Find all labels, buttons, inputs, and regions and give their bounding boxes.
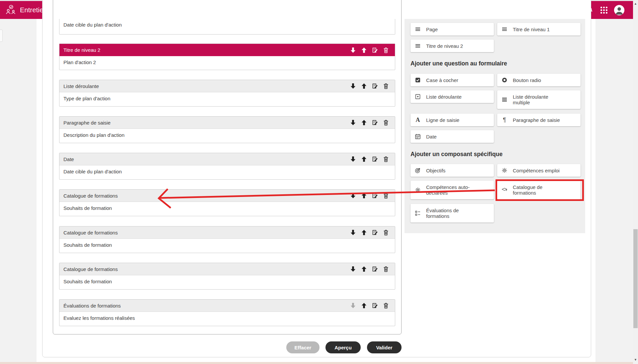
form-block[interactable]: Catalogue de formations Souhaits de form… — [59, 226, 395, 253]
move-down-button[interactable] — [349, 229, 357, 236]
app-window: Entretiens Plateforme de qualification ★… — [0, 0, 638, 364]
block-type-label: Évaluations de formations — [63, 303, 121, 309]
palette-item-case-a-cocher[interactable]: Case à cocher — [410, 74, 494, 86]
move-up-button[interactable] — [360, 192, 368, 199]
collapsed-drawer-handle[interactable] — [0, 30, 3, 42]
edit-button[interactable] — [371, 192, 379, 199]
palette-item-objectifs[interactable]: Objectifs — [410, 164, 494, 177]
move-up-button[interactable] — [360, 46, 368, 54]
form-block[interactable]: Date Date cible du plan d'action — [59, 153, 395, 180]
menu-icon — [501, 26, 508, 33]
arrow-up-icon — [361, 192, 367, 199]
annotation-highlight-rectangle — [496, 179, 584, 201]
section-title-questions: Ajouter une question au formulaire — [410, 60, 507, 67]
block-question-label: Date cible du plan d'action — [59, 19, 395, 34]
palette-item-bouton-radio[interactable]: Bouton radio — [497, 74, 581, 86]
palette-item-ligne-de-saisie[interactable]: A Ligne de saisie — [410, 114, 494, 126]
preview-button[interactable]: Aperçu — [325, 341, 361, 353]
palette-item-label: Compétences auto-déclarées — [426, 184, 473, 196]
block-question-label: Plan d'action 2 — [59, 56, 395, 70]
delete-button[interactable] — [382, 119, 390, 126]
delete-button[interactable] — [382, 82, 390, 90]
block-type-label: Catalogue de formations — [63, 193, 118, 199]
move-up-button[interactable] — [360, 229, 368, 236]
form-block[interactable]: Liste déroulante Type de plan d'action — [59, 80, 395, 107]
palette-item-label: Bouton radio — [513, 77, 541, 83]
edit-icon — [372, 192, 378, 199]
delete-button[interactable] — [382, 46, 390, 54]
arrow-down-icon — [350, 266, 356, 272]
form-block[interactable]: Date cible du plan d'action — [59, 19, 395, 35]
form-block[interactable]: Catalogue de formations Souhaits de form… — [59, 189, 395, 216]
move-down-button[interactable] — [349, 46, 357, 54]
palette-item-competences-emploi[interactable]: Compétences emploi — [497, 164, 581, 177]
palette-item-label: Page — [426, 27, 438, 32]
move-down-button[interactable] — [349, 82, 357, 90]
arrow-down-icon — [350, 119, 356, 126]
move-down-button[interactable] — [349, 119, 357, 126]
form-block[interactable]: Paragraphe de saisie Description du plan… — [59, 116, 395, 143]
palette-item-label: Ligne de saisie — [426, 117, 459, 123]
edit-button[interactable] — [371, 229, 379, 236]
form-block[interactable]: Évaluations de formations Evaluez les fo… — [59, 299, 395, 326]
trash-icon — [383, 229, 389, 236]
palette-item-titre-niveau-1[interactable]: Titre de niveau 1 — [497, 23, 581, 36]
user-avatar[interactable] — [614, 5, 624, 15]
arrow-down-icon — [350, 302, 356, 309]
palette-item-competences-auto-declarees[interactable]: Compétences auto-déclarées — [410, 181, 494, 199]
palette-item-label: Liste déroulante multiple — [513, 94, 559, 105]
scrollbar-thumb[interactable] — [633, 229, 638, 328]
palette-item-liste-deroulante[interactable]: Liste déroulante — [410, 90, 494, 103]
trash-icon — [383, 302, 389, 309]
edit-button[interactable] — [371, 155, 379, 163]
edit-button[interactable] — [371, 119, 379, 126]
palette-item-page[interactable]: Page — [410, 23, 494, 36]
block-type-label: Titre de niveau 2 — [63, 47, 100, 53]
palette-item-date[interactable]: Date — [410, 130, 494, 143]
move-up-button[interactable] — [360, 265, 368, 273]
arrow-down-icon — [350, 156, 356, 162]
trash-icon — [383, 47, 389, 53]
edit-button[interactable] — [371, 265, 379, 273]
delete-button[interactable] — [382, 192, 390, 199]
skills-icon — [414, 187, 421, 193]
edit-button[interactable] — [371, 302, 379, 309]
edit-button[interactable] — [371, 82, 379, 90]
block-question-label: Description du plan d'action — [59, 129, 395, 143]
entretiens-logo-icon — [5, 5, 17, 15]
scrollbar-down-arrow[interactable]: ▼ — [633, 357, 638, 362]
form-block[interactable]: Catalogue de formations Souhaits de form… — [59, 263, 395, 290]
delete-button[interactable] — [382, 155, 390, 163]
edit-button[interactable] — [371, 46, 379, 54]
palette-item-evaluations-de-formations[interactable]: Évaluations de formations — [410, 204, 494, 223]
palette-item-label: Titre de niveau 2 — [426, 43, 463, 49]
form-block[interactable]: Titre de niveau 2 Plan d'action 2 — [59, 44, 395, 70]
arrow-up-icon — [361, 266, 367, 272]
move-up-button[interactable] — [360, 155, 368, 163]
palette-item-titre-niveau-2[interactable]: Titre de niveau 2 — [410, 40, 494, 52]
move-down-button[interactable] — [349, 155, 357, 163]
block-type-label: Paragraphe de saisie — [63, 120, 111, 126]
vertical-scrollbar[interactable]: ▲ ▼ — [633, 0, 638, 364]
palette-item-liste-deroulante-multiple[interactable]: Liste déroulante multiple — [497, 90, 581, 109]
palette-item-label: Case à cocher — [426, 77, 458, 83]
menu-icon — [414, 26, 421, 33]
apps-grid-button[interactable] — [600, 7, 607, 14]
move-up-button[interactable] — [360, 82, 368, 90]
palette-item-label: Compétences emploi — [513, 168, 560, 173]
clear-button[interactable]: Effacer — [286, 341, 319, 353]
scrollbar-up-arrow[interactable]: ▲ — [633, 1, 638, 6]
block-type-label: Liste déroulante — [63, 83, 99, 89]
block-type-label: Catalogue de formations — [63, 230, 118, 235]
arrow-down-icon — [350, 229, 356, 236]
move-down-button[interactable] — [349, 265, 357, 273]
delete-button[interactable] — [382, 302, 390, 309]
block-question-label: Date cible du plan d'action — [59, 165, 395, 179]
move-up-button[interactable] — [360, 119, 368, 126]
delete-button[interactable] — [382, 229, 390, 236]
palette-item-paragraphe-de-saisie[interactable]: ¶ Paragraphe de saisie — [497, 114, 581, 126]
move-down-button[interactable] — [349, 192, 357, 199]
delete-button[interactable] — [382, 265, 390, 273]
move-up-button[interactable] — [360, 302, 368, 309]
validate-button[interactable]: Valider — [367, 341, 402, 353]
